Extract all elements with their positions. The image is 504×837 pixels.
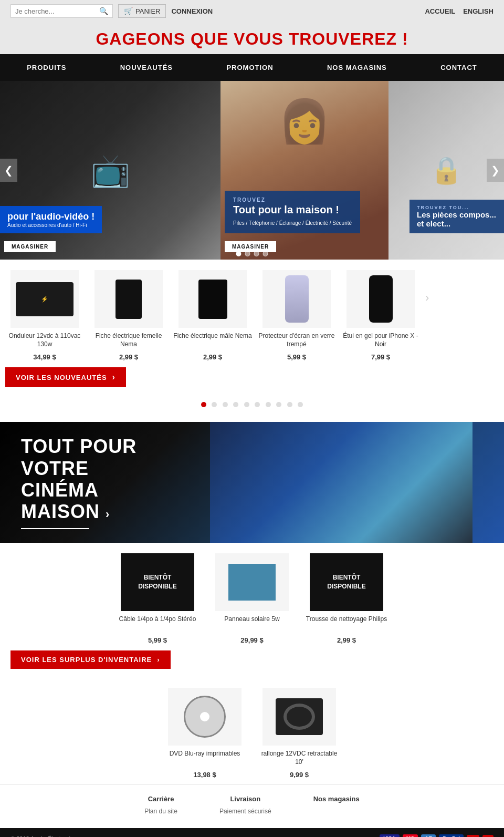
carousel-dot-3[interactable] (223, 402, 228, 407)
search-button[interactable]: 🔍 (99, 7, 108, 15)
carousel-dot-6[interactable] (255, 402, 260, 407)
surplus-card-4[interactable]: DVD Blu-ray imprimables 13,98 $ (163, 688, 247, 779)
footer-link-paiement[interactable]: Paiement sécurisé (219, 806, 271, 818)
voir-nouveautes-button[interactable]: VOIR LES NOUVEAUTÉS › (5, 367, 126, 387)
product-price-4: 5,99 $ (257, 353, 336, 361)
nav-promotion[interactable]: PROMOTION (216, 54, 284, 81)
visa-icon: VISA (380, 834, 399, 837)
hero-panel-1: 📺 pour l'audio-vidéo ! Audio et accessoi… (0, 81, 220, 260)
cinema-line2: VOTRE (21, 458, 89, 479)
product-price-5: 7,99 $ (341, 353, 420, 361)
hero-dots (236, 251, 268, 256)
hero-dot-3[interactable] (254, 251, 259, 256)
hero-sec-overlay: TROUVEZ TOU... Les pièces compos... et e… (410, 200, 504, 233)
surplus-img-2 (215, 553, 289, 611)
voir-nouveautes-row: VOIR LES NOUVEAUTÉS › (0, 361, 504, 396)
hero-prev-button[interactable]: ❮ (0, 159, 17, 182)
surplus-img-1: BIENTÔTDISPONIBLE (121, 553, 194, 611)
product-name-3: Fiche électrique mâle Nema (173, 332, 252, 351)
payment-icons: VISA MC AE PayPal 🍁 ✉ (380, 834, 494, 837)
hero-home-overlay: TROUVEZ Tout pour la maison ! Piles / Té… (225, 191, 360, 233)
product-card-3[interactable]: Fiche électrique mâle Nema 2,99 $ (173, 270, 252, 361)
hero-av-title: pour l'audio-vidéo ! (7, 211, 94, 222)
top-bar-right: ACCUEIL ENGLISH (425, 7, 494, 15)
search-input[interactable] (15, 7, 99, 15)
bientot-badge-3: BIENTÔTDISPONIBLE (310, 553, 383, 611)
carousel-dot-8[interactable] (276, 402, 281, 407)
voir-surplus-label: VOIR LES SURPLUS D'INVENTAIRE (21, 656, 152, 664)
voir-surplus-button[interactable]: VOIR LES SURPLUS D'INVENTAIRE › (10, 650, 171, 669)
product-card-5[interactable]: Étui en gel pour iPhone X - Noir 7,99 $ (341, 270, 420, 361)
hero-home-shop-button[interactable]: MAGASINER (225, 241, 276, 252)
cinema-line3: CINÉMA (21, 479, 99, 501)
nav-nos-magasins[interactable]: NOS MAGASINS (317, 54, 397, 81)
top-bar-left: 🔍 🛒 PANIER CONNEXION (10, 4, 213, 18)
nav-contact[interactable]: CONTACT (430, 54, 488, 81)
carousel-dot-10[interactable] (298, 402, 303, 407)
surplus-card-2[interactable]: Panneau solaire 5w 29,99 $ (210, 553, 294, 644)
english-link[interactable]: ENGLISH (463, 7, 494, 15)
surplus-img-3: BIENTÔTDISPONIBLE (310, 553, 383, 611)
canada-post-icon: 🍁 (467, 835, 479, 837)
accueil-link[interactable]: ACCUEIL (425, 7, 455, 15)
carousel-dots (0, 396, 504, 417)
hero-next-button[interactable]: ❯ (487, 159, 504, 182)
surplus-card-1[interactable]: BIENTÔTDISPONIBLE Câble 1/4po à 1/4po St… (116, 553, 200, 644)
cinema-line4: MAISON (21, 501, 100, 522)
footer-col-magasins-title: Nos magasins (313, 795, 360, 803)
cinema-text-block: TOUT POUR VOTRE CINÉMA MAISON › (0, 422, 158, 543)
cinema-underline (21, 528, 89, 529)
surplus-card-3[interactable]: BIENTÔTDISPONIBLE Trousse de nettoyage P… (304, 553, 388, 644)
carousel-dot-5[interactable] (244, 402, 249, 407)
cinema-banner[interactable]: TOUT POUR VOTRE CINÉMA MAISON › (0, 422, 504, 543)
footer-col-carriere-title: Carrière (144, 795, 177, 803)
product-price-2: 2,99 $ (89, 353, 168, 361)
carousel-dot-7[interactable] (266, 402, 271, 407)
cinema-line1: TOUT POUR (21, 436, 136, 457)
search-box[interactable]: 🔍 (10, 4, 113, 18)
amex-icon: AE (421, 834, 436, 837)
nav-produits[interactable]: PRODUITS (16, 54, 77, 81)
hero-dot-4[interactable] (263, 251, 268, 256)
voir-nouveautes-label: VOIR LES NOUVEAUTÉS (16, 374, 107, 381)
carousel-dot-4[interactable] (233, 402, 238, 407)
hero-dot-1[interactable] (236, 251, 242, 256)
cinema-arrow-icon: › (106, 508, 110, 521)
hero-home-blue-box: TROUVEZ Tout pour la maison ! Piles / Té… (225, 191, 360, 233)
product-card-1[interactable]: ⚡ Onduleur 12vdc à 110vac 130w 34,99 $ (5, 270, 84, 361)
hero-home-desc: Piles / Téléphonie / Éclairage / Électri… (233, 219, 352, 227)
surplus-name-4: DVD Blu-ray imprimables (163, 750, 247, 769)
hero-slider: 📺 pour l'audio-vidéo ! Audio et accessoi… (0, 81, 504, 260)
nav-nouveautes[interactable]: NOUVEAUTÉS (110, 54, 183, 81)
paypal-icon: PayPal (439, 834, 464, 837)
top-bar: 🔍 🛒 PANIER CONNEXION ACCUEIL ENGLISH (0, 0, 504, 22)
product-name-5: Étui en gel pour iPhone X - Noir (341, 332, 420, 351)
products-scroll-right[interactable]: › (425, 291, 429, 305)
surplus-price-3: 2,99 $ (304, 636, 388, 644)
product-img-4 (262, 270, 331, 328)
hero-home-title: Tout pour la maison ! (233, 204, 352, 216)
voir-nouveautes-arrow-icon: › (112, 373, 116, 382)
carousel-dot-2[interactable] (212, 402, 217, 407)
surplus-section: BIENTÔTDISPONIBLE Câble 1/4po à 1/4po St… (0, 543, 504, 784)
product-card-2[interactable]: Fiche électrique femelle Nema 2,99 $ (89, 270, 168, 361)
surplus-grid-row1: BIENTÔTDISPONIBLE Câble 1/4po à 1/4po St… (5, 553, 499, 644)
surplus-img-5 (262, 688, 336, 746)
cart-button[interactable]: 🛒 PANIER (118, 4, 166, 18)
footer-link-plan-site[interactable]: Plan du site (144, 806, 177, 818)
people-bg (210, 422, 472, 543)
phone-case-icon (369, 275, 393, 323)
carousel-dot-1[interactable] (201, 402, 206, 407)
hero-av-shop-button[interactable]: MAGASINER (4, 241, 56, 252)
fiche-male-icon (198, 280, 227, 319)
product-card-4[interactable]: Protecteur d'écran en verre trempé 5,99 … (257, 270, 336, 361)
connexion-button[interactable]: CONNEXION (171, 7, 213, 15)
carousel-dot-9[interactable] (287, 402, 292, 407)
fiche-femelle-icon (116, 280, 142, 319)
main-nav: PRODUITS NOUVEAUTÉS PROMOTION NOS MAGASI… (0, 54, 504, 81)
hero-dot-2[interactable] (245, 251, 250, 256)
surplus-card-5[interactable]: rallonge 12VDC retractable 10' 9,99 $ (257, 688, 341, 779)
cinema-heading: TOUT POUR VOTRE CINÉMA MAISON › (21, 436, 136, 523)
product-price-1: 34,99 $ (5, 353, 84, 361)
surplus-price-5: 9,99 $ (257, 771, 341, 779)
